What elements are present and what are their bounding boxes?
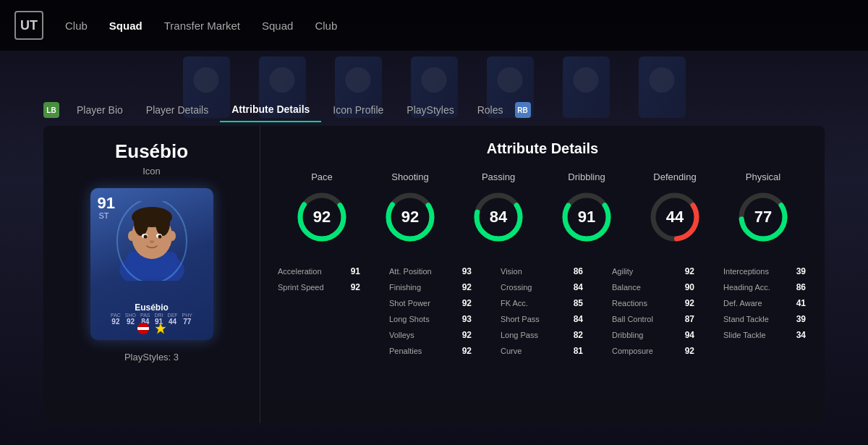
tab-roles[interactable]: Roles	[466, 98, 515, 122]
sub-stat-row: Interceptions 39	[723, 266, 806, 276]
sub-stat-row: Long Shots 93	[389, 314, 472, 324]
sub-stat-value: 39	[790, 314, 806, 324]
svg-point-6	[156, 210, 170, 236]
sub-stat-name: Ball Control	[612, 315, 670, 323]
nav-squad[interactable]: Squad	[109, 20, 142, 32]
gauge-passing: 84	[469, 188, 527, 246]
playstyles-text: PlayStyles: 3	[124, 352, 179, 363]
sub-stat-row: Penalties 92	[389, 346, 472, 356]
sub-stat-row: Short Pass 84	[501, 314, 583, 324]
sub-stat-name: Interceptions	[723, 267, 781, 276]
gauge-value: 92	[401, 208, 419, 226]
sub-stat-row: Crossing 84	[501, 282, 583, 292]
sub-stat-name: Acceleration	[278, 267, 336, 276]
sub-stat-value: 81	[567, 346, 583, 356]
sub-col-shooting: Att. Position 93 Finishing 92 Shot Power	[389, 266, 472, 362]
attribute-section: Attribute Details Pace 92 Shooting 92 Pa…	[260, 126, 825, 423]
nav-items: Club Squad Transfer Market Squad Club	[65, 20, 337, 32]
sub-stat-value: 82	[567, 330, 583, 340]
sub-col-pace: Acceleration 91 Sprint Speed 92	[278, 266, 360, 362]
sub-stat-value: 92	[456, 330, 472, 340]
sub-stat-name: Short Pass	[501, 315, 558, 323]
sub-stat-name: Long Shots	[389, 315, 447, 323]
sub-stat-value: 92	[678, 298, 694, 308]
sub-stat-row: Sprint Speed 92	[278, 282, 360, 292]
svg-point-10	[158, 235, 161, 239]
sub-stat-name: Crossing	[501, 283, 558, 292]
nav-transfer[interactable]: Transfer Market	[164, 20, 240, 32]
card-stat-pac: PAC 92	[111, 313, 121, 326]
sub-stat-value: 84	[567, 282, 583, 292]
gauge-value: 44	[666, 208, 684, 226]
sub-stat-name: Sprint Speed	[278, 283, 336, 292]
sub-col-dribbling: Agility 92 Balance 90 Reactions 92	[612, 266, 694, 362]
sub-stat-name: Dribbling	[612, 331, 670, 339]
sub-stat-name: Vision	[501, 267, 558, 276]
gauge-defending: 44	[646, 188, 704, 246]
tab-attribute-details[interactable]: Attribute Details	[220, 98, 321, 122]
gauge-dribbling: 91	[558, 188, 616, 246]
sub-stat-row: Def. Aware 41	[723, 298, 806, 308]
card-name-bottom: Eusébio	[135, 302, 169, 313]
sub-stat-name: Volleys	[389, 331, 447, 339]
sub-stat-value: 92	[456, 346, 472, 356]
sub-stat-value: 92	[678, 266, 694, 276]
app-logo: UT	[14, 11, 43, 40]
gauge-shooting: 92	[381, 188, 439, 246]
sub-stat-row: Heading Acc. 86	[723, 282, 806, 292]
sub-stat-name: FK Acc.	[501, 299, 558, 308]
gauge-value: 84	[490, 208, 507, 226]
flag-portugal	[137, 323, 149, 334]
gauge-value: 77	[754, 208, 772, 226]
sub-stat-value: 94	[678, 330, 694, 340]
player-illustration	[105, 201, 199, 281]
svg-point-13	[169, 231, 176, 241]
sub-stat-name: Shot Power	[389, 299, 447, 308]
rb-badge: RB	[515, 102, 531, 118]
tab-player-details[interactable]: Player Details	[135, 98, 220, 122]
sub-stat-value: 93	[456, 266, 472, 276]
sub-stat-value: 41	[790, 298, 806, 308]
sub-stat-row: Stand Tackle 39	[723, 314, 806, 324]
sub-stat-name: Heading Acc.	[723, 283, 781, 292]
sub-stat-row: Balance 90	[612, 282, 694, 292]
attr-category-pace: Pace 92	[278, 171, 366, 249]
sub-stat-value: 90	[678, 282, 694, 292]
sub-stat-row: Agility 92	[612, 266, 694, 276]
nav-club[interactable]: Club	[65, 20, 88, 32]
gauge-value: 92	[313, 208, 331, 226]
tab-playstyles[interactable]: PlayStyles	[395, 98, 465, 122]
sub-stat-name: Penalties	[389, 347, 447, 355]
lb-badge: LB	[43, 102, 59, 118]
sub-stat-row: Curve 81	[501, 346, 583, 356]
sub-stat-value: 87	[678, 314, 694, 324]
tab-icon-profile[interactable]: Icon Profile	[321, 98, 395, 122]
sub-stat-value: 92	[344, 282, 360, 292]
sub-stat-value: 84	[567, 314, 583, 324]
tab-bar: LB Player Bio Player Details Attribute D…	[43, 94, 825, 126]
sub-stat-row: Att. Position 93	[389, 266, 472, 276]
sub-stat-value: 85	[567, 298, 583, 308]
sub-stat-row: Vision 86	[501, 266, 583, 276]
sub-stat-name: Composure	[612, 347, 670, 355]
svg-point-11	[150, 240, 154, 243]
sub-stat-name: Slide Tackle	[723, 331, 781, 339]
sub-stat-value: 39	[790, 266, 806, 276]
attr-category-physical: Physical 77	[719, 171, 807, 249]
sub-stat-name: Def. Aware	[723, 299, 781, 308]
gauge-pace: 92	[293, 188, 351, 246]
sub-stat-value: 93	[456, 314, 472, 324]
sub-stat-row: Acceleration 91	[278, 266, 360, 276]
sub-stat-name: Curve	[501, 347, 558, 355]
attr-category-passing: Passing 84	[454, 171, 542, 249]
sub-stat-name: Stand Tackle	[723, 315, 781, 323]
sub-col-defending: Interceptions 39 Heading Acc. 86 Def. Aw…	[723, 266, 806, 362]
nav-squad2[interactable]: Squad	[262, 20, 293, 32]
svg-point-5	[134, 210, 148, 236]
club-badge-icon	[155, 323, 166, 334]
sub-stat-row: Reactions 92	[612, 298, 694, 308]
tab-player-bio[interactable]: Player Bio	[65, 98, 135, 122]
attr-category-shooting: Shooting 92	[366, 171, 454, 249]
nav-club2[interactable]: Club	[315, 20, 337, 32]
svg-point-9	[143, 235, 147, 239]
